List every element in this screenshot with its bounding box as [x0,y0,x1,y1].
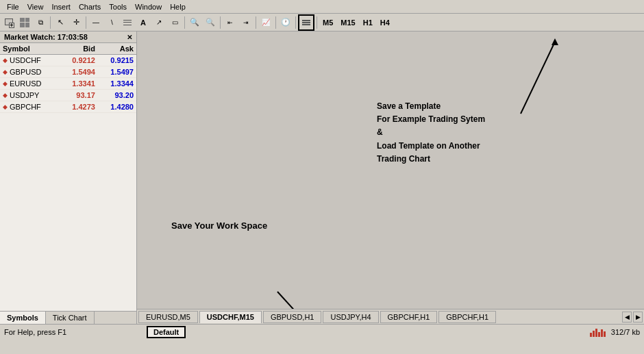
bid-cell: 1.3341 [60,78,98,90]
workspace-annotation: Save Your Work Space [171,219,267,233]
sep2 [86,16,86,29]
ask-cell: 93.20 [98,90,136,101]
annotation-line5: Trading Chart [377,154,430,164]
menu-tools[interactable]: Tools [105,1,131,12]
sep6 [275,16,276,29]
zoom-in-btn[interactable]: 🔍 [187,15,202,30]
new-chart-icon: + [3,17,14,28]
workspace-label: Default [153,328,179,336]
menu-help[interactable]: Help [166,1,190,12]
market-row-usdjpy[interactable]: ◆USDJPY93.1793.20 [0,90,136,101]
cascade-icon: ⧉ [38,18,43,27]
market-row-eurusd[interactable]: ◆EURUSD1.33411.3344 [0,78,136,90]
symbol-cell: ◆GBPUSD [0,66,60,78]
arrow-btn[interactable]: ↗ [151,15,166,30]
symbol-cell: ◆EURUSD [0,78,60,90]
svg-line-0 [521,42,555,114]
text-icon: A [140,18,146,27]
menu-insert[interactable]: Insert [47,1,75,12]
ask-cell: 1.4280 [98,101,136,113]
tf-m15[interactable]: M15 [337,16,358,29]
chart-tab-gbpchf-h1[interactable]: GBPCHF,H1 [380,311,438,323]
bars-icon [590,327,606,337]
chart-tab-gbpchf-h1-2[interactable]: GBPCHF,H1 [438,311,496,323]
bar4 [598,332,600,337]
tile-windows-btn[interactable] [17,15,32,30]
chart-tab-eurusd-m5[interactable]: EURUSD,M5 [138,311,198,323]
diamond-icon: ◆ [3,103,8,110]
template-annotation: Save a Template For Example Trading Syte… [377,100,485,166]
col-symbol: Symbol [0,43,60,55]
chart-canvas[interactable]: Save a Template For Example Trading Syte… [137,31,644,309]
chart-nav: ◀ ▶ [622,312,643,323]
template-btn[interactable] [298,14,314,31]
diamond-icon: ◆ [3,68,8,75]
chart-scroll-icon: ⇤ [227,19,233,26]
template-icon [302,20,310,25]
market-table: Symbol Bid Ask ◆USDCHF0.92120.9215◆GBPUS… [0,43,136,113]
annotation-line1: Save a Template [377,101,441,111]
chart-nav-prev[interactable]: ◀ [622,312,632,323]
menu-window[interactable]: Window [131,1,166,12]
sep5 [256,16,256,29]
market-row-usdchf[interactable]: ◆USDCHF0.92120.9215 [0,55,136,66]
template-arrow [137,31,644,309]
tf-m5[interactable]: M5 [319,16,336,29]
rect-icon: ▭ [172,18,178,26]
status-right: 312/7 kb [590,327,640,337]
menu-bar: File View Insert Charts Tools Window Hel… [0,0,644,14]
clock-btn[interactable]: 🕐 [278,15,293,30]
symbol-cell: ◆USDCHF [0,55,60,66]
col-bid: Bid [60,43,98,55]
chart-tab-usdjpy-h4[interactable]: USDJPY,H4 [323,311,378,323]
trend-btn[interactable]: / [104,15,119,30]
text-btn[interactable]: A [136,15,151,30]
diamond-icon: ◆ [3,57,8,64]
ask-cell: 1.3344 [98,78,136,90]
hline-icon: — [92,18,99,26]
status-bar: For Help, press F1 Default 312/7 kb [0,324,644,339]
svg-marker-1 [552,38,558,45]
fib-icon [123,20,132,25]
chart-tab-gbpusd-h1[interactable]: GBPUSD,H1 [263,311,322,323]
chart-nav-next[interactable]: ▶ [633,312,643,323]
tf-h1[interactable]: H1 [360,16,376,29]
chart-shift-icon: ⇥ [243,19,249,26]
chart-shift-btn[interactable]: ⇥ [238,15,253,30]
left-tabs: Symbols Tick Chart [0,311,136,324]
chart-scroll-btn[interactable]: ⇤ [223,15,238,30]
tf-h4[interactable]: H4 [377,16,393,29]
rect-btn[interactable]: ▭ [167,15,182,30]
fib-btn[interactable] [120,15,135,30]
symbol-cell: ◆USDJPY [0,90,60,101]
crosshair-btn[interactable]: ✛ [69,15,84,30]
trend-icon: / [109,18,114,26]
sep3 [184,16,185,29]
market-row-gbpchf[interactable]: ◆GBPCHF1.42731.4280 [0,101,136,113]
tab-tick-chart[interactable]: Tick Chart [46,312,95,324]
annotation-line3: & [377,127,383,137]
cascade-btn[interactable]: ⧉ [33,15,48,30]
new-chart-btn[interactable]: + [1,15,16,30]
svg-line-2 [277,292,312,309]
zoom-out-btn[interactable]: 🔍 [203,15,218,30]
diamond-icon: ◆ [3,80,8,87]
menu-charts[interactable]: Charts [75,1,105,12]
hline-btn[interactable]: — [88,15,103,30]
market-row-gbpusd[interactable]: ◆GBPUSD1.54941.5497 [0,66,136,78]
cursor-btn[interactable]: ↖ [53,15,68,30]
bar1 [590,333,592,337]
bid-cell: 0.9212 [60,55,98,66]
market-watch-close[interactable]: ✕ [127,34,132,41]
bid-cell: 1.5494 [60,66,98,78]
sep7 [295,16,296,29]
menu-view[interactable]: View [23,1,48,12]
chart-tab-usdchf-m15[interactable]: USDCHF,M15 [199,311,262,323]
sep1 [50,16,51,29]
indicators-btn[interactable]: 📈 [258,15,273,30]
annotation-workspace: Save Your Work Space [171,220,267,231]
menu-file[interactable]: File [3,1,23,12]
tab-symbols[interactable]: Symbols [0,312,46,324]
left-panel: Market Watch: 17:03:58 ✕ Symbol Bid Ask … [0,31,137,324]
toolbar: + ⧉ ↖ ✛ — / A ↗ ▭ 🔍 [0,14,644,31]
